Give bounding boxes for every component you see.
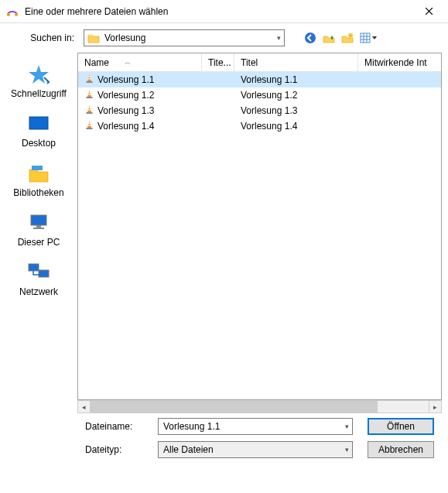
place-desktop[interactable]: Desktop — [4, 107, 74, 156]
file-title: Vorlesung 1.3 — [241, 105, 297, 116]
svg-rect-24 — [87, 109, 91, 110]
filename-value: Vorlesung 1.1 — [163, 421, 220, 432]
bottom-panel: Dateiname: Vorlesung 1.1 ▾ Öffnen Dateit… — [77, 413, 442, 463]
file-row[interactable]: Vorlesung 1.2Vorlesung 1.2 — [78, 87, 441, 103]
horizontal-scrollbar[interactable]: ◂ ▸ — [77, 400, 442, 413]
column-header-mitwirkende[interactable]: Mitwirkende Int — [358, 53, 441, 71]
close-button[interactable] — [412, 1, 446, 22]
column-header-name[interactable]: Name ︿ — [78, 53, 202, 71]
chevron-down-icon: ▾ — [345, 446, 349, 454]
place-network[interactable]: Netzwerk — [4, 255, 74, 305]
file-title: Vorlesung 1.4 — [241, 121, 297, 132]
file-row[interactable]: Vorlesung 1.4Vorlesung 1.4 — [78, 118, 441, 134]
svg-rect-20 — [88, 92, 91, 93]
filetype-label: Dateityp: — [77, 444, 150, 455]
file-name: Vorlesung 1.1 — [97, 74, 154, 85]
svg-rect-26 — [88, 123, 91, 124]
svg-rect-28 — [87, 128, 93, 129]
open-button[interactable]: Öffnen — [368, 418, 434, 435]
svg-point-0 — [7, 13, 10, 16]
column-header-titel[interactable]: Titel — [234, 53, 358, 71]
desktop-icon — [26, 113, 51, 135]
list-header: Name ︿ Tite... Titel Mitwirkende Int — [78, 53, 441, 72]
back-button[interactable] — [303, 31, 317, 45]
chevron-down-icon: ▾ — [345, 423, 349, 430]
vlc-icon — [84, 104, 94, 117]
place-label: Schnellzugriff — [11, 88, 67, 99]
svg-point-1 — [15, 13, 18, 16]
vlc-icon — [84, 74, 94, 86]
filetype-dropdown[interactable]: Alle Dateien ▾ — [158, 441, 353, 458]
file-row[interactable]: Vorlesung 1.1Vorlesung 1.1 — [78, 72, 441, 87]
window-title: Eine oder mehrere Dateien wählen — [25, 6, 412, 17]
svg-rect-14 — [33, 228, 44, 229]
scroll-thumb[interactable] — [91, 401, 378, 413]
filename-label: Dateiname: — [77, 421, 150, 432]
column-header-tite[interactable]: Tite... — [202, 53, 234, 71]
libraries-icon — [26, 163, 51, 184]
view-menu-button[interactable] — [359, 31, 378, 45]
chevron-down-icon: ▾ — [277, 34, 281, 42]
sort-ascending-icon: ︿ — [125, 58, 131, 67]
look-in-dropdown[interactable]: Vorlesung ▾ — [84, 29, 285, 46]
file-rows: Vorlesung 1.1Vorlesung 1.1Vorlesung 1.2V… — [78, 72, 441, 399]
scroll-right-button[interactable]: ▸ — [429, 400, 442, 413]
svg-rect-12 — [31, 215, 46, 225]
folder-icon — [87, 33, 100, 43]
svg-rect-15 — [29, 264, 39, 271]
place-label: Dieser PC — [18, 237, 60, 248]
file-list: Name ︿ Tite... Titel Mitwirkende Int Vor… — [77, 53, 442, 400]
svg-point-2 — [305, 33, 316, 43]
place-label: Netzwerk — [19, 286, 58, 297]
file-name: Vorlesung 1.3 — [97, 105, 154, 116]
this-pc-icon — [26, 212, 51, 234]
app-icon — [6, 5, 19, 18]
place-label: Bibliotheken — [13, 187, 63, 198]
nav-icons — [303, 31, 378, 45]
file-title: Vorlesung 1.1 — [241, 74, 297, 85]
file-name: Vorlesung 1.2 — [97, 90, 154, 101]
quick-access-icon — [26, 63, 51, 85]
filename-input[interactable]: Vorlesung 1.1 ▾ — [158, 418, 353, 435]
svg-rect-9 — [29, 117, 48, 129]
titlebar: Eine oder mehrere Dateien wählen — [0, 0, 448, 23]
cancel-button[interactable]: Abbrechen — [368, 441, 434, 458]
scroll-track[interactable] — [91, 400, 429, 413]
up-one-level-button[interactable] — [322, 31, 336, 45]
place-this-pc[interactable]: Dieser PC — [4, 206, 74, 255]
scroll-left-button[interactable]: ◂ — [77, 400, 91, 413]
vlc-icon — [84, 89, 94, 101]
svg-rect-17 — [88, 77, 91, 77]
svg-rect-19 — [87, 81, 93, 83]
svg-rect-18 — [87, 78, 91, 79]
svg-rect-23 — [88, 108, 91, 108]
svg-rect-21 — [87, 94, 91, 94]
place-label: Desktop — [22, 138, 56, 149]
filetype-value: Alle Dateien — [163, 444, 214, 455]
network-icon — [26, 262, 51, 283]
new-folder-button[interactable] — [340, 31, 354, 45]
place-libraries[interactable]: Bibliotheken — [4, 156, 74, 206]
look-in-value: Vorlesung — [104, 33, 145, 43]
places-sidebar: Schnellzugriff Desktop Bibliotheken Dies… — [0, 53, 77, 463]
file-name: Vorlesung 1.4 — [97, 121, 154, 132]
look-in-label: Suchen in: — [26, 33, 74, 43]
svg-rect-4 — [361, 33, 370, 43]
svg-rect-27 — [87, 125, 91, 125]
file-row[interactable]: Vorlesung 1.3Vorlesung 1.3 — [78, 103, 441, 118]
toolbar: Suchen in: Vorlesung ▾ — [0, 23, 448, 53]
svg-rect-13 — [36, 225, 41, 228]
svg-rect-16 — [39, 270, 49, 277]
file-title: Vorlesung 1.2 — [241, 90, 297, 101]
place-quick-access[interactable]: Schnellzugriff — [4, 57, 74, 107]
svg-rect-22 — [87, 97, 93, 98]
svg-rect-11 — [32, 166, 43, 170]
svg-rect-25 — [87, 112, 93, 114]
vlc-icon — [84, 120, 94, 132]
